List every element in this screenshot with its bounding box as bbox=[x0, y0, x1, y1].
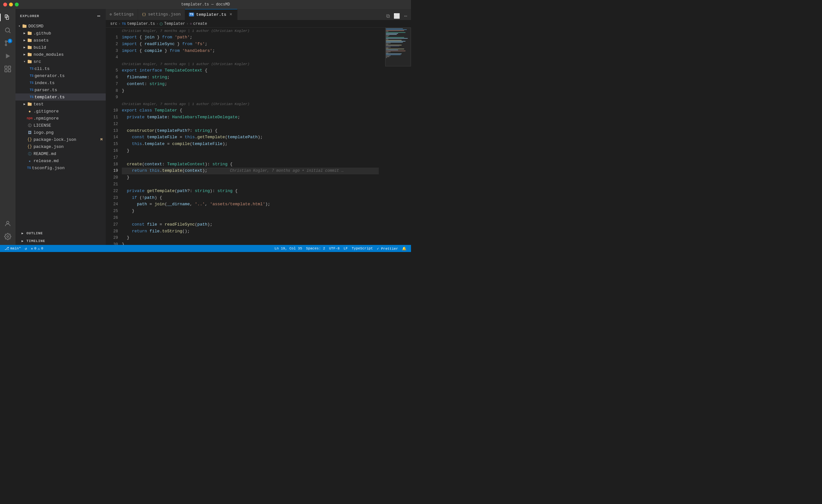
breadcrumb-file[interactable]: templater.ts bbox=[127, 22, 155, 26]
activity-extensions[interactable] bbox=[2, 63, 14, 75]
activity-explorer[interactable] bbox=[2, 12, 14, 23]
sidebar-item-tsconfig-json[interactable]: TS tsconfig.json bbox=[15, 164, 106, 171]
activity-source-control[interactable]: 1 bbox=[2, 37, 14, 49]
timeline-label: TIMELINE bbox=[26, 239, 45, 243]
line-num-28: 28 bbox=[106, 228, 118, 235]
sidebar-item-cli-ts[interactable]: TS cli.ts bbox=[15, 65, 106, 72]
sidebar-item-readme-md[interactable]: ⓘ README.md bbox=[15, 150, 106, 157]
code-line-6: filename: string; bbox=[122, 74, 379, 81]
svg-point-5 bbox=[5, 44, 7, 46]
line-num-29: 29 bbox=[106, 234, 118, 241]
toggle-panel-icon[interactable]: ⬜ bbox=[392, 12, 401, 20]
code-editor[interactable]: 1 2 3 4 5 6 7 8 9 10 11 12 13 bbox=[106, 28, 385, 245]
close-button[interactable] bbox=[3, 3, 7, 6]
tab-templater-ts[interactable]: TS templater.ts × bbox=[185, 9, 238, 20]
sidebar-item-package-lock-json[interactable]: {} package-lock.json M bbox=[15, 136, 106, 143]
activity-search[interactable] bbox=[2, 24, 14, 36]
sidebar-item-templater-ts[interactable]: TS templater.ts bbox=[15, 93, 106, 100]
maximize-button[interactable] bbox=[15, 3, 19, 6]
breadcrumb-method[interactable]: create bbox=[193, 22, 207, 26]
sidebar-item-index-ts[interactable]: TS index.ts bbox=[15, 79, 106, 86]
sidebar-item-logo-png[interactable]: 🖼 logo.png bbox=[15, 129, 106, 136]
sidebar-item-src[interactable]: ▾ src bbox=[15, 58, 106, 65]
sidebar-item-build[interactable]: ▶ build bbox=[15, 44, 106, 51]
sidebar-section-timeline[interactable]: ▶ TIMELINE bbox=[15, 237, 106, 245]
sidebar-actions[interactable]: ⋯ bbox=[96, 12, 101, 20]
status-notifications[interactable]: 🔔 bbox=[400, 245, 408, 252]
status-line-ending[interactable]: LF bbox=[342, 245, 350, 252]
sidebar-item-parser-ts[interactable]: TS parser.ts bbox=[15, 86, 106, 93]
status-position[interactable]: Ln 19, Col 35 bbox=[273, 245, 304, 252]
json-icon: {} bbox=[27, 137, 32, 142]
code-line-18: create(context: TemplateContext): string… bbox=[122, 161, 379, 168]
warning-icon: ⚠ bbox=[38, 246, 40, 251]
sidebar-item-gitignore[interactable]: ◆ .gitignore bbox=[15, 108, 106, 115]
svg-rect-11 bbox=[5, 70, 7, 72]
line-num-18: 18 bbox=[106, 161, 118, 168]
code-line-19: return this.template(context); Christian… bbox=[122, 167, 379, 174]
encoding-label: UTF-8 bbox=[329, 246, 340, 250]
folder-icon bbox=[22, 24, 27, 29]
tab-settings-json[interactable]: {} settings.json bbox=[138, 9, 185, 20]
sidebar-item-label: assets bbox=[33, 38, 49, 43]
code-line-27: const file = readFileSync(path); bbox=[122, 221, 379, 228]
editor-with-minimap: 1 2 3 4 5 6 7 8 9 10 11 12 13 bbox=[106, 28, 411, 245]
collapse-icon: ▶ bbox=[22, 31, 27, 36]
split-editor-icon[interactable]: ⧉ bbox=[385, 13, 391, 20]
activity-settings[interactable] bbox=[2, 231, 14, 242]
json-icon: {} bbox=[27, 144, 32, 149]
sidebar-item-label: DOCSMD bbox=[28, 24, 43, 29]
code-line-1: import { join } from 'path'; bbox=[122, 34, 379, 41]
code-line-26 bbox=[122, 214, 379, 221]
sidebar-item-license[interactable]: ⓘ LICENSE bbox=[15, 122, 106, 129]
status-encoding[interactable]: UTF-8 bbox=[327, 245, 342, 252]
sidebar-item-release-md[interactable]: ★ release.md bbox=[15, 157, 106, 164]
code-line-23: if (!path) { bbox=[122, 195, 379, 201]
line-num-4: 4 bbox=[106, 54, 118, 61]
status-branch[interactable]: ⎇ main* bbox=[3, 245, 23, 252]
blame-header-3: Christian Kogler, 7 months ago | 1 autho… bbox=[122, 101, 379, 107]
minimap[interactable] bbox=[385, 28, 411, 245]
breadcrumb: src › TS templater.ts › ⬡ Templater › ○ … bbox=[106, 20, 411, 28]
minimize-button[interactable] bbox=[9, 3, 13, 6]
sidebar-item-package-json[interactable]: {} package.json bbox=[15, 143, 106, 150]
collapse-arrow: ▾ bbox=[17, 24, 22, 29]
breadcrumb-src[interactable]: src bbox=[110, 22, 117, 26]
folder-open-icon bbox=[27, 59, 32, 64]
svg-point-2 bbox=[5, 28, 10, 32]
line-numbers: 1 2 3 4 5 6 7 8 9 10 11 12 13 bbox=[106, 28, 122, 245]
view-icon[interactable]: ⋯ bbox=[403, 12, 408, 20]
tab-settings[interactable]: ⚙ Settings bbox=[106, 9, 138, 20]
code-line-28: return file.toString(); bbox=[122, 228, 379, 235]
sidebar-item-label: test bbox=[33, 102, 43, 107]
sidebar-item-label: tsconfig.json bbox=[32, 166, 64, 170]
code-line-7: content: string; bbox=[122, 81, 379, 88]
tree-root-docsmd[interactable]: ▾ DOCSMD bbox=[15, 23, 106, 30]
sidebar-item-assets[interactable]: ▶ assets bbox=[15, 37, 106, 44]
code-line-14: const templateFile = this.getTemplate(te… bbox=[122, 134, 379, 141]
activity-run[interactable] bbox=[2, 50, 14, 62]
collapse-icon: ▶ bbox=[22, 52, 27, 57]
status-errors[interactable]: ✕ 0 ⚠ 0 bbox=[29, 245, 45, 252]
status-language[interactable]: TypeScript bbox=[350, 245, 375, 252]
status-formatter[interactable]: ✓ Prettier bbox=[375, 245, 400, 252]
sync-icon: ↺ bbox=[25, 246, 27, 251]
code-line-15: this.template = compile(templateFile); bbox=[122, 141, 379, 147]
line-num-5: 5 bbox=[106, 67, 118, 74]
sidebar-item-npmignore[interactable]: npm .npmignore bbox=[15, 115, 106, 122]
new-file-icon[interactable]: ⋯ bbox=[96, 12, 101, 20]
sidebar-item-node-modules[interactable]: ▶ node_modules bbox=[15, 51, 106, 58]
sidebar-section-outline[interactable]: ▶ OUTLINE bbox=[15, 229, 106, 237]
error-icon: ✕ bbox=[31, 246, 33, 251]
status-sync[interactable]: ↺ bbox=[23, 245, 29, 252]
sidebar-item-generator-ts[interactable]: TS generator.ts bbox=[15, 72, 106, 79]
sidebar-item-test[interactable]: ▶ test bbox=[15, 100, 106, 108]
activity-account[interactable] bbox=[2, 218, 14, 229]
git-icon: ◆ bbox=[27, 109, 32, 114]
sidebar-item-github[interactable]: ▶ .github bbox=[15, 30, 106, 37]
window-controls[interactable] bbox=[3, 3, 19, 6]
tab-close-button[interactable]: × bbox=[228, 12, 234, 17]
status-spaces[interactable]: Spaces: 2 bbox=[304, 245, 327, 252]
line-num-23: 23 bbox=[106, 195, 118, 201]
breadcrumb-class[interactable]: Templater bbox=[164, 22, 185, 26]
